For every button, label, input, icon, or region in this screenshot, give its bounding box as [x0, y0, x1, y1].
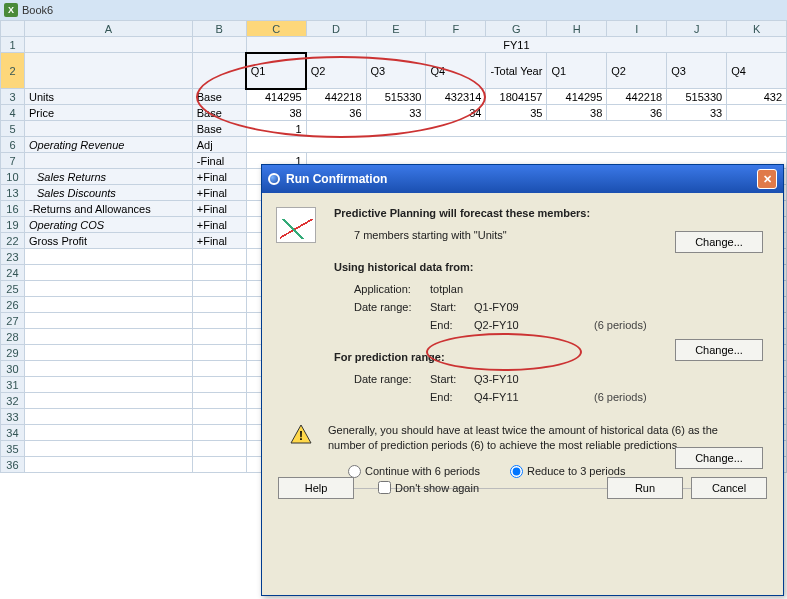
col-header-h[interactable]: H	[547, 21, 607, 37]
row-header-25[interactable]: 25	[1, 281, 25, 297]
cell[interactable]	[192, 377, 246, 393]
select-all-corner[interactable]	[1, 21, 25, 37]
cell[interactable]	[24, 457, 192, 473]
row-header-7[interactable]: 7	[1, 153, 25, 169]
cell[interactable]	[24, 313, 192, 329]
cancel-button[interactable]: Cancel	[691, 477, 767, 499]
cell[interactable]: 414295	[547, 89, 607, 105]
row-header-10[interactable]: 10	[1, 169, 25, 185]
row-header-30[interactable]: 30	[1, 361, 25, 377]
row-header-24[interactable]: 24	[1, 265, 25, 281]
cell[interactable]	[192, 457, 246, 473]
dialog-titlebar[interactable]: Run Confirmation ✕	[262, 165, 783, 193]
col-header-a[interactable]: A	[24, 21, 192, 37]
row-header-1[interactable]: 1	[1, 37, 25, 53]
cell[interactable]	[24, 361, 192, 377]
cell-row-label[interactable]: Gross Profit	[24, 233, 192, 249]
cell[interactable]	[246, 137, 786, 153]
cell[interactable]: 38	[246, 105, 306, 121]
row-header-33[interactable]: 33	[1, 409, 25, 425]
dont-show-again-checkbox[interactable]: Don't show again	[378, 481, 479, 494]
cell[interactable]: 35	[486, 105, 547, 121]
col-header-c[interactable]: C	[246, 21, 306, 37]
cell[interactable]: Q2	[306, 53, 366, 89]
close-button[interactable]: ✕	[757, 169, 777, 189]
col-header-g[interactable]: G	[486, 21, 547, 37]
cell[interactable]: Q4	[426, 53, 486, 89]
cell[interactable]	[24, 345, 192, 361]
cell[interactable]: +Final	[192, 217, 246, 233]
cell[interactable]: 36	[607, 105, 667, 121]
cell[interactable]	[192, 37, 246, 53]
cell[interactable]: 36	[306, 105, 366, 121]
row-header-5[interactable]: 5	[1, 121, 25, 137]
cell[interactable]	[24, 281, 192, 297]
dont-show-input[interactable]	[378, 481, 391, 494]
row-header-27[interactable]: 27	[1, 313, 25, 329]
row-header-4[interactable]: 4	[1, 105, 25, 121]
cell-fy-header[interactable]: FY11	[246, 37, 786, 53]
cell[interactable]	[192, 265, 246, 281]
row-header-23[interactable]: 23	[1, 249, 25, 265]
change-prediction-button[interactable]: Change...	[675, 447, 763, 469]
cell[interactable]: 38	[547, 105, 607, 121]
cell[interactable]	[192, 297, 246, 313]
cell[interactable]	[24, 393, 192, 409]
row-header-28[interactable]: 28	[1, 329, 25, 345]
cell[interactable]: Adj	[192, 137, 246, 153]
cell[interactable]	[192, 281, 246, 297]
cell[interactable]	[24, 297, 192, 313]
cell[interactable]: 442218	[306, 89, 366, 105]
col-header-d[interactable]: D	[306, 21, 366, 37]
cell[interactable]	[24, 377, 192, 393]
cell[interactable]: 442218	[607, 89, 667, 105]
row-header-36[interactable]: 36	[1, 457, 25, 473]
cell[interactable]	[24, 425, 192, 441]
cell-row-label[interactable]: -Returns and Allowances	[24, 201, 192, 217]
cell[interactable]	[24, 265, 192, 281]
row-header-31[interactable]: 31	[1, 377, 25, 393]
cell[interactable]	[192, 409, 246, 425]
cell-row-label[interactable]: Operating Revenue	[24, 137, 192, 153]
cell[interactable]: 414295	[246, 89, 306, 105]
cell[interactable]	[192, 249, 246, 265]
cell[interactable]	[24, 441, 192, 457]
cell-row-label[interactable]: Price	[24, 105, 192, 121]
cell[interactable]: Q2	[607, 53, 667, 89]
col-header-j[interactable]: J	[667, 21, 727, 37]
col-header-f[interactable]: F	[426, 21, 486, 37]
cell-row-label[interactable]: Sales Discounts	[24, 185, 192, 201]
cell[interactable]: 432	[727, 89, 787, 105]
run-button[interactable]: Run	[607, 477, 683, 499]
cell-active[interactable]: Q1	[246, 53, 306, 89]
cell[interactable]	[192, 393, 246, 409]
col-header-i[interactable]: I	[607, 21, 667, 37]
row-header-22[interactable]: 22	[1, 233, 25, 249]
cell[interactable]	[192, 441, 246, 457]
row-header-13[interactable]: 13	[1, 185, 25, 201]
row-header-16[interactable]: 16	[1, 201, 25, 217]
col-header-k[interactable]: K	[727, 21, 787, 37]
row-header-2[interactable]: 2	[1, 53, 25, 89]
cell[interactable]: 34	[426, 105, 486, 121]
change-historical-button[interactable]: Change...	[675, 339, 763, 361]
cell[interactable]: Base	[192, 89, 246, 105]
cell-row-label[interactable]: Sales Returns	[24, 169, 192, 185]
cell[interactable]: 1	[246, 121, 306, 137]
cell-row-label[interactable]: Operating COS	[24, 217, 192, 233]
cell[interactable]: -Final	[192, 153, 246, 169]
cell[interactable]	[24, 53, 192, 89]
col-header-e[interactable]: E	[366, 21, 426, 37]
cell[interactable]: +Final	[192, 185, 246, 201]
cell[interactable]	[24, 153, 192, 169]
cell[interactable]: +Final	[192, 169, 246, 185]
help-button[interactable]: Help	[278, 477, 354, 499]
cell[interactable]: 33	[667, 105, 727, 121]
row-header-19[interactable]: 19	[1, 217, 25, 233]
cell[interactable]	[24, 37, 192, 53]
cell[interactable]: 33	[366, 105, 426, 121]
row-header-6[interactable]: 6	[1, 137, 25, 153]
cell[interactable]	[192, 329, 246, 345]
cell[interactable]	[192, 313, 246, 329]
cell[interactable]	[24, 409, 192, 425]
